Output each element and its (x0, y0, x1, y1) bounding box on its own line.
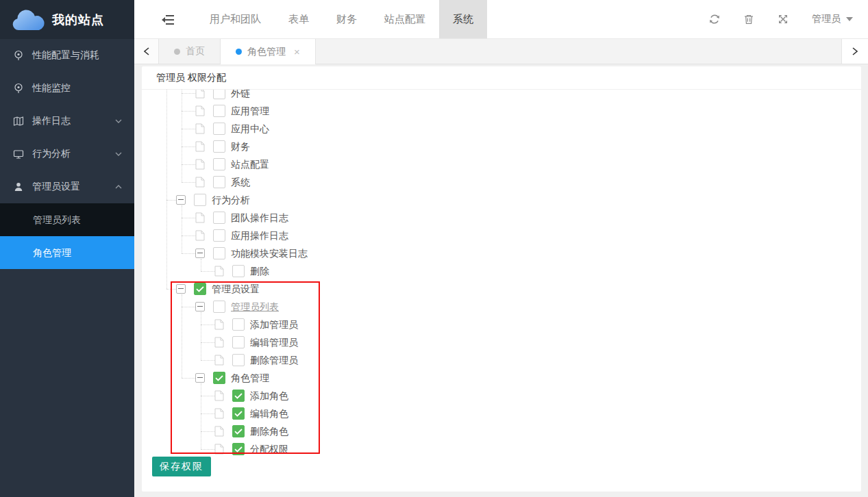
checkbox-unchecked[interactable] (232, 336, 245, 348)
sidebar-item-label: 操作日志 (32, 115, 71, 127)
monitor-icon (12, 149, 25, 160)
sidebar-subitem-admin-list[interactable]: 管理员列表 (0, 203, 134, 236)
tree-node-label[interactable]: 角色管理 (231, 369, 269, 387)
tree-row: 管理员列表 (142, 298, 861, 316)
tree-node-label[interactable]: 财务 (231, 138, 250, 155)
checkbox-unchecked[interactable] (213, 105, 225, 117)
collapse-toggle-icon[interactable] (195, 373, 205, 383)
checkbox-unchecked[interactable] (232, 318, 245, 331)
top-nav-menu: 用户和团队 表单 财务 站点配置 系统 (196, 0, 487, 38)
chevron-up-icon (115, 185, 122, 189)
checkbox-unchecked[interactable] (213, 140, 225, 153)
tab-role-management[interactable]: 角色管理 × (221, 39, 316, 64)
sidebar-subitem-role-management[interactable]: 角色管理 (0, 236, 134, 269)
trash-icon[interactable] (743, 14, 754, 25)
checkbox-checked[interactable] (232, 407, 245, 420)
tabs-scroll-left-button[interactable] (134, 39, 159, 64)
sidebar-item-admin-settings[interactable]: 管理员设置 (0, 170, 134, 203)
checkbox-unchecked[interactable] (213, 301, 225, 313)
collapse-toggle-icon[interactable] (176, 195, 186, 205)
sidebar-item-operation-logs[interactable]: 操作日志 (0, 105, 134, 138)
checkbox-unchecked[interactable] (213, 176, 225, 188)
checkbox-checked[interactable] (232, 390, 245, 402)
navbar-right-tools: 管理员 (709, 0, 868, 38)
tree-row: 行为分析 (142, 191, 861, 209)
checkbox-unchecked[interactable] (213, 212, 225, 224)
tree-node-label[interactable]: 添加管理员 (250, 316, 298, 333)
content-area: 管理员 权限分配 保存权限 外链应用管理应用中心财务站点配置系统行为分析团队操作… (134, 64, 868, 497)
collapse-toggle-icon[interactable] (195, 248, 205, 258)
tree-node-label[interactable]: 编辑管理员 (250, 333, 298, 351)
collapse-sidebar-icon[interactable] (162, 15, 174, 25)
tree-node-label[interactable]: 管理员设置 (212, 280, 260, 298)
tree-node-label[interactable]: 功能模块安装日志 (231, 244, 308, 262)
checkbox-unchecked[interactable] (232, 265, 245, 277)
topnav-item-users-teams[interactable]: 用户和团队 (196, 0, 275, 38)
tree-node-label[interactable]: 站点配置 (231, 155, 269, 173)
checkbox-checked[interactable] (194, 283, 206, 295)
tree-row: 财务 (142, 138, 861, 155)
file-icon (214, 355, 224, 366)
checkbox-unchecked[interactable] (194, 194, 206, 206)
checkbox-unchecked[interactable] (213, 229, 225, 242)
topnav-item-system[interactable]: 系统 (439, 0, 487, 38)
tree-node-label[interactable]: 应用管理 (231, 102, 269, 120)
tab-home[interactable]: 首页 (159, 39, 221, 64)
tree-node-label[interactable]: 删除 (250, 262, 269, 280)
save-permissions-button[interactable]: 保存权限 (152, 457, 211, 476)
sidebar-item-behavior-analysis[interactable]: 行为分析 (0, 138, 134, 170)
tabs-scroll-right-button[interactable] (841, 39, 868, 64)
tree-node-label[interactable]: 添加角色 (250, 387, 288, 405)
chevron-down-icon (115, 119, 122, 123)
tree-row: 应用中心 (142, 120, 861, 138)
tree-node-label[interactable]: 编辑角色 (250, 405, 288, 422)
sidebar-item-performance-monitor[interactable]: 性能监控 (0, 72, 134, 105)
collapse-toggle-icon[interactable] (195, 302, 205, 311)
checkbox-unchecked[interactable] (213, 123, 225, 135)
checkbox-checked[interactable] (232, 425, 245, 437)
caret-down-icon (846, 17, 853, 21)
file-icon (214, 390, 224, 401)
close-tab-icon[interactable]: × (294, 47, 300, 57)
user-dropdown[interactable]: 管理员 (812, 13, 853, 25)
tree-node-label[interactable]: 管理员列表 (231, 298, 279, 316)
tree-node-label[interactable]: 删除角色 (250, 422, 288, 440)
sidebar-item-performance-config[interactable]: 性能配置与消耗 (0, 39, 134, 72)
tab-bar: 首页 角色管理 × (134, 39, 868, 64)
gauge-icon (12, 83, 25, 94)
sidebar-item-label: 行为分析 (32, 148, 71, 160)
logo[interactable]: 我的站点 (0, 0, 134, 39)
tree-node-label[interactable]: 外链 (231, 90, 250, 102)
checkbox-unchecked[interactable] (213, 90, 225, 99)
tree-row: 站点配置 (142, 155, 861, 173)
tree-node-label[interactable]: 行为分析 (212, 191, 250, 209)
tree-node-label[interactable]: 团队操作日志 (231, 209, 288, 227)
file-icon (214, 319, 224, 330)
topnav-item-site-config[interactable]: 站点配置 (371, 0, 439, 38)
file-icon (214, 444, 224, 455)
checkbox-unchecked[interactable] (213, 247, 225, 259)
file-icon (214, 266, 224, 277)
checkbox-checked[interactable] (232, 443, 245, 455)
tree-node-label[interactable]: 系统 (231, 173, 250, 191)
tree-node-label[interactable]: 删除管理员 (250, 351, 298, 369)
refresh-icon[interactable] (709, 14, 720, 25)
tree-row: 功能模块安装日志 (142, 244, 861, 262)
collapse-toggle-icon[interactable] (176, 284, 186, 294)
checkbox-checked[interactable] (213, 372, 225, 384)
checkbox-unchecked[interactable] (232, 354, 245, 366)
topnav-item-finance[interactable]: 财务 (323, 0, 371, 38)
tree-node-label[interactable]: 应用操作日志 (231, 227, 288, 244)
tree-node-label[interactable]: 分配权限 (250, 440, 288, 458)
chevron-down-icon (115, 152, 122, 156)
gauge-icon (12, 50, 25, 61)
checkbox-unchecked[interactable] (213, 158, 225, 170)
permissions-card: 管理员 权限分配 保存权限 外链应用管理应用中心财务站点配置系统行为分析团队操作… (142, 66, 861, 492)
tree-row: 添加管理员 (142, 316, 861, 333)
tree-node-label[interactable]: 应用中心 (231, 120, 269, 138)
file-icon (214, 337, 224, 348)
fullscreen-icon[interactable] (778, 14, 789, 25)
tree-row: 系统 (142, 173, 861, 191)
tree-row: 删除角色 (142, 422, 861, 440)
topnav-item-forms[interactable]: 表单 (275, 0, 323, 38)
